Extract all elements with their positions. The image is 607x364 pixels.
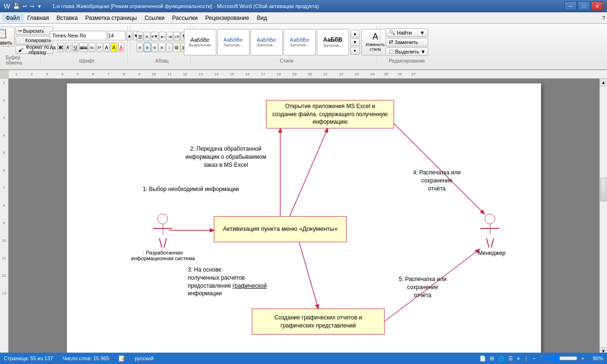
style-heading1[interactable]: АаБбВе Заголов... [217, 29, 249, 55]
svg-line-2 [290, 128, 328, 216]
replace-icon: ⇄ [389, 39, 393, 45]
bullets-button[interactable]: ☰ [137, 32, 143, 41]
actor-system-label: : Разработаннаяинформационная система [131, 250, 195, 261]
zoom-slider[interactable] [540, 355, 578, 361]
menu-references[interactable]: Ссылки [141, 14, 168, 22]
font-color-button[interactable]: A [118, 43, 124, 52]
maximize-button[interactable]: □ [578, 1, 590, 11]
font-size-input[interactable] [108, 31, 126, 40]
uml-box-excel: Открытие приложения MS Excel и создание … [266, 100, 394, 128]
menu-review[interactable]: Рецензирование [202, 14, 253, 22]
strikethrough-button[interactable]: abc [79, 43, 88, 52]
actor-leg-left [159, 238, 162, 248]
styles-expand[interactable]: ▾ [350, 47, 360, 55]
actor2-leg-right [491, 238, 494, 248]
view-outline-icon[interactable]: ☰ [508, 355, 513, 362]
vertical-ruler: 12345678910111213 [0, 79, 9, 355]
status-separator: | [525, 355, 527, 361]
justify[interactable]: ≡ [158, 43, 165, 52]
actor2-head [485, 214, 495, 224]
menu-insert[interactable]: Вставка [53, 14, 82, 22]
word-count: Число слов: 15 965 [63, 355, 109, 361]
style-heading2[interactable]: АаБбВе Заголов... [250, 29, 283, 55]
zoom-level[interactable]: 90% [588, 355, 603, 361]
menu-file[interactable]: Файл [2, 14, 24, 22]
multi-level-list[interactable]: ≡▼ [151, 32, 158, 41]
ribbon-help[interactable]: ? [602, 15, 605, 21]
language-status[interactable]: русский [135, 355, 153, 361]
actor-manager-label: : Менеджер [475, 250, 506, 256]
replace-button[interactable]: ⇄ Заменить [386, 38, 428, 46]
horizontal-ruler: 1234567891011121314151617181920212223242… [0, 70, 607, 79]
styles-scroll-up[interactable]: ▲ [350, 30, 360, 37]
shading-button[interactable]: ▧ [173, 43, 180, 52]
menu-layout[interactable]: Разметка страницы [82, 14, 141, 22]
underline-button[interactable]: Ч [72, 43, 78, 52]
actor-system: : Разработаннаяинформационная система [131, 214, 195, 261]
paragraph-label: Абзац [155, 57, 168, 64]
uml-diagram: Открытие приложения MS Excel и создание … [86, 93, 522, 355]
menu-mailings[interactable]: Рассылки [168, 14, 202, 22]
actor2-body [480, 224, 499, 248]
increase-indent[interactable]: ⇥ [166, 32, 173, 41]
font-label: Шрифт [79, 57, 95, 64]
sep2 [130, 26, 131, 54]
paste-button[interactable]: 📋 Вставить [0, 27, 15, 46]
style-default[interactable]: АаБбВе Выделение [184, 29, 216, 55]
label-step5: 5: Распечатка илисохранениеотчёта [399, 275, 446, 299]
align-right[interactable]: ≡ [151, 43, 158, 52]
actor2-leg-left [486, 238, 489, 248]
menu-view[interactable]: Вид [253, 14, 271, 22]
font-size-increase[interactable]: ▲ [127, 31, 132, 40]
view-fullscreen-icon[interactable]: ⊞ [490, 355, 494, 362]
minimize-button[interactable]: ─ [564, 1, 577, 11]
find-icon: 🔍 [389, 29, 395, 36]
scrollbar-thumb[interactable] [600, 178, 607, 201]
superscript-button[interactable]: x² [96, 43, 102, 52]
quick-save[interactable]: 💾 [13, 3, 20, 9]
close-button[interactable]: ✕ [591, 1, 603, 11]
find-button[interactable]: 🔍 Найти ▼ [386, 28, 428, 37]
spell-check-icon[interactable]: 📝 [119, 355, 125, 362]
app-icon: W [4, 2, 10, 10]
quick-more[interactable]: ▼ [37, 4, 42, 9]
styles-scroll-down[interactable]: ▼ [350, 38, 360, 46]
title-bar: W 💾 ↩ ↪ ▼ 1-я глава Живобрицкая [Режим о… [0, 0, 607, 12]
font-group: ▲ ▼ Aa Ж К Ч abc x₂ x² A A A Шрифт [47, 26, 128, 64]
scroll-up-button[interactable]: ▲ [600, 79, 607, 86]
find-dropdown[interactable]: ▼ [420, 30, 425, 36]
label-step2: 2: Передача обработаннойинформации о обр… [185, 145, 266, 169]
vertical-scrollbar[interactable]: ▲ ▼ [599, 79, 607, 355]
clipboard-group: 📋 Вставить ✂ Вырезать 📄 Копировать 🖌 Фор… [3, 26, 41, 64]
label-step4: 4: Распечатка илисохранениеотчёта [413, 169, 460, 192]
zoom-in-button[interactable]: + [581, 355, 584, 361]
decrease-indent[interactable]: ⇤ [159, 32, 166, 41]
uml-box-menu: Активизация пункта меню «Документы» [214, 216, 347, 242]
editing-label: Редактирование [389, 57, 425, 64]
view-web-icon[interactable]: 🌐 [498, 355, 505, 362]
menu-home[interactable]: Главная [24, 14, 53, 22]
zoom-out-button[interactable]: − [533, 355, 535, 361]
cut-icon: ✂ [18, 28, 22, 34]
select-button[interactable]: ⬚ Выделить ▼ [386, 47, 428, 56]
view-print-icon[interactable]: 📄 [479, 355, 486, 362]
select-dropdown[interactable]: ▼ [421, 49, 426, 55]
view-draft-icon[interactable]: ≡ [517, 355, 520, 361]
align-left[interactable]: ≡ [137, 43, 143, 52]
align-center[interactable]: ≡ [144, 43, 150, 52]
font-name-input[interactable] [50, 31, 107, 40]
subscript-button[interactable]: x₂ [89, 43, 95, 52]
style-heading4[interactable]: АаБбВ Заголов... [317, 29, 349, 55]
numbering-button[interactable]: ≡ [144, 32, 150, 41]
title-text: 1-я глава Живобрицкая [Режим ограниченно… [52, 3, 319, 9]
style-heading3[interactable]: АаБбВе Заголов... [284, 29, 316, 55]
quick-redo[interactable]: ↪ [30, 3, 34, 9]
quick-undo[interactable]: ↩ [23, 3, 27, 9]
page-status: Страница: 55 из 137 [4, 355, 53, 361]
sort-button[interactable]: ↕A [174, 32, 180, 41]
text-effect-button[interactable]: A [103, 43, 110, 52]
highlight-button[interactable]: A [110, 43, 117, 52]
bold-button[interactable]: Ж [57, 43, 64, 52]
line-spacing[interactable]: ↕ [166, 43, 173, 52]
italic-button[interactable]: К [65, 43, 71, 52]
